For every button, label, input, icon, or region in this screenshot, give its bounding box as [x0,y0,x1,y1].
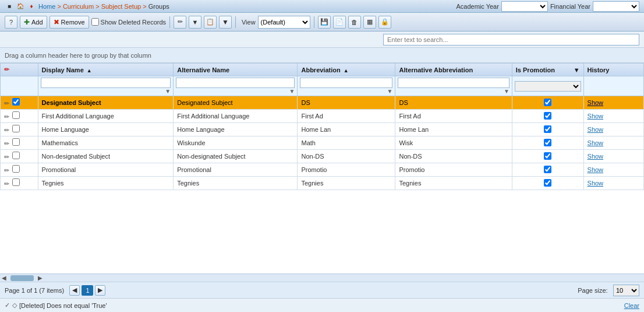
col-header-is-promo[interactable]: Is Promotion ▼ [512,64,583,76]
table-row[interactable]: ✏ Tegnies Tegnies Tegnies Tegnies Show [1,177,644,190]
edit-icon-btn[interactable]: ✏ [174,16,186,29]
search-input[interactable] [383,34,639,45]
academic-year-dropdown[interactable] [501,1,548,12]
scroll-thumb[interactable] [10,275,34,281]
row-promo-checkbox[interactable] [544,166,551,173]
filter-diamond-icon: ◇ [12,302,17,309]
breadcrumb-curriculum[interactable]: Curriculum [63,3,94,10]
filter-abbr-icon[interactable]: ▼ [387,88,393,94]
view-select[interactable]: (Default) [258,16,310,29]
row-show-link[interactable]: Show [588,113,604,120]
row-show-link[interactable]: Show [588,180,604,187]
row-checkbox[interactable] [12,178,20,186]
nav-icons: ■ 🏠 ♦ [5,2,36,11]
row-edit-icon[interactable]: ✏ [4,153,9,160]
nav-icon-left[interactable]: ■ [5,2,14,11]
row-promo-checkbox[interactable] [544,125,551,133]
financial-year-dropdown[interactable] [593,1,639,12]
row-checkbox[interactable] [12,152,20,159]
row-promo-checkbox[interactable] [544,139,551,146]
row-is-promo [512,123,583,136]
row-edit-icon[interactable]: ✏ [4,127,9,134]
breadcrumb: Home > Curriculum > Subject Setup > Grou… [38,3,169,10]
home-icon[interactable]: 🏠 [16,2,25,11]
breadcrumb-subject-setup[interactable]: Subject Setup [101,3,141,10]
filter-promo-select[interactable] [515,81,581,92]
copy-icon-btn[interactable]: 📄 [333,16,346,29]
row-checkbox[interactable] [12,138,20,146]
row-promo-checkbox[interactable] [544,112,551,120]
table-icon-btn[interactable]: ▦ [363,16,376,29]
row-checkbox[interactable] [12,98,20,106]
row-edit-icon[interactable]: ✏ [4,167,9,174]
scroll-right-arrow[interactable]: ▶ [36,275,44,281]
row-abbr: Non-DS [298,150,395,163]
table-row[interactable]: ✏ Designated Subject Designated Subject … [1,96,644,110]
filter-icon-btn[interactable]: ▼ [189,16,201,29]
table-row[interactable]: ✏ Promotional Promotional Promotio Promo… [1,163,644,177]
row-actions-cell: ✏ [1,150,38,163]
row-actions-cell: ✏ [1,177,38,190]
col-header-display-name[interactable]: Display Name ▲ [38,64,174,76]
filter-tag: ✓ ◇ [Deleted] Does not equal 'True' [5,302,107,309]
table-row[interactable]: ✏ Mathematics Wiskunde Math Wisk Show [1,136,644,150]
financial-year-select: Financial Year [550,1,639,12]
table-row[interactable]: ✏ First Additional Language First Additi… [1,110,644,123]
row-alt-abbr: Tegnies [395,177,512,190]
row-alt-name: Home Language [174,123,298,136]
more-dropdown-btn[interactable]: ▼ [219,16,232,29]
horizontal-scrollbar[interactable]: ◀ ▶ [0,274,644,282]
row-edit-icon[interactable]: ✏ [4,113,9,120]
filter-display-input[interactable] [41,78,171,88]
table-container: ✏ Display Name ▲ Alternative Name Abbrev… [0,63,644,274]
row-show-link[interactable]: Show [588,166,604,173]
row-promo-checkbox[interactable] [544,99,551,106]
nav-icon-red[interactable]: ♦ [27,2,36,11]
row-alt-name: Tegnies [174,177,298,190]
row-checkbox[interactable] [12,111,20,119]
row-promo-checkbox[interactable] [544,179,551,187]
row-checkbox[interactable] [12,165,20,173]
lock-icon-btn[interactable]: 🔒 [378,16,391,29]
table-body: ✏ Designated Subject Designated Subject … [1,96,644,190]
filter-altabbr-input[interactable] [398,78,509,88]
col-header-abbr[interactable]: Abbreviation ▲ [298,64,395,76]
delete-icon-btn[interactable]: 🗑 [348,16,361,29]
row-show-link[interactable]: Show [588,126,604,133]
filter-display-icon[interactable]: ▼ [165,88,171,94]
col-header-alt-name[interactable]: Alternative Name [174,64,298,76]
current-page[interactable]: 1 [82,285,93,296]
next-page-btn[interactable]: ▶ [95,285,105,296]
table-row[interactable]: ✏ Non-designated Subject Non-designated … [1,150,644,163]
page-size-select[interactable]: 10 [613,285,639,296]
add-button[interactable]: ✚ Add [20,16,47,29]
export-icon-btn[interactable]: 📋 [204,16,217,29]
filter-altabbr-icon[interactable]: ▼ [504,88,509,94]
col-header-alt-abbr[interactable]: Alternative Abbreviation [395,64,512,76]
sort-icon-abbr: ▲ [344,68,349,73]
remove-button[interactable]: ✖ Remove [49,16,89,29]
show-deleted-label[interactable]: Show Deleted Records [91,18,167,26]
col-header-history[interactable]: History [583,64,643,76]
row-show-link[interactable]: Show [588,139,604,146]
row-edit-icon[interactable]: ✏ [4,180,9,187]
scroll-left-arrow[interactable]: ◀ [0,275,8,281]
row-edit-icon[interactable]: ✏ [4,140,9,147]
row-abbr: DS [298,96,395,110]
table-row[interactable]: ✏ Home Language Home Language Home Lan H… [1,123,644,136]
row-show-link[interactable]: Show [588,153,604,160]
help-button[interactable]: ? [5,16,17,29]
save-icon-btn[interactable]: 💾 [318,16,331,29]
row-edit-icon[interactable]: ✏ [4,100,9,107]
clear-filter-link[interactable]: Clear [624,302,639,309]
filter-altname-icon[interactable]: ▼ [289,88,295,94]
row-promo-checkbox[interactable] [544,152,551,160]
row-show-link[interactable]: Show [588,99,604,106]
filter-altname-input[interactable] [176,78,295,88]
show-deleted-checkbox[interactable] [91,18,99,26]
prev-page-btn[interactable]: ◀ [69,285,80,296]
filter-abbr-input[interactable] [300,78,392,88]
breadcrumb-home[interactable]: Home [38,3,55,10]
nav-bar: ■ 🏠 ♦ Home > Curriculum > Subject Setup … [0,0,644,13]
row-checkbox[interactable] [12,125,20,132]
